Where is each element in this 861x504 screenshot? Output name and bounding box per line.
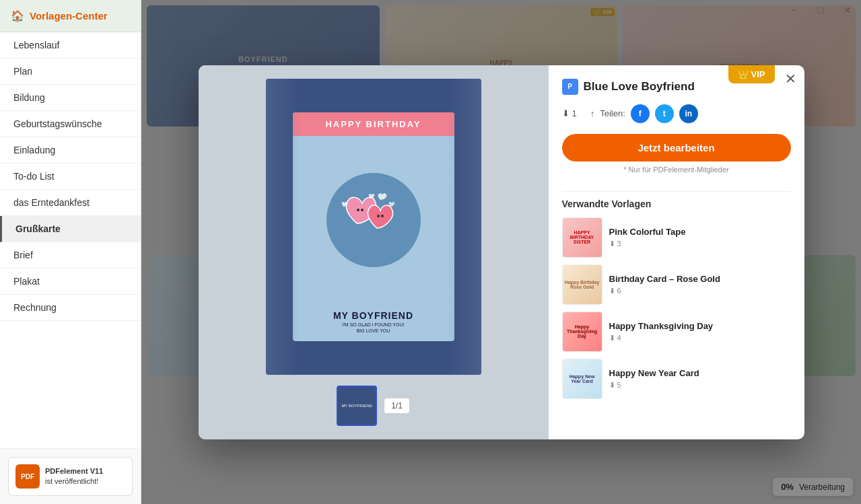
svg-point-3	[381, 215, 384, 217]
share-icon: ↑	[590, 108, 595, 118]
sidebar-item-erntedankfest[interactable]: das Erntedankfest	[0, 190, 141, 216]
pdfelement-logo: PDF	[15, 464, 40, 489]
related-dl-thanksgiving: ⬇ 4	[609, 334, 791, 343]
card-circle-area	[326, 136, 421, 305]
download-icon: ⬇	[562, 108, 570, 118]
window-close-button[interactable]: ✕	[834, 0, 861, 20]
related-name-thanksgiving: Happy Thanksgiving Day	[609, 321, 791, 331]
related-thumb-new-year: Happy New Year Card	[562, 359, 602, 399]
template-preview-card: HAPPY BIRTHDAY	[266, 79, 481, 375]
modal-close-button[interactable]: ✕	[785, 72, 796, 85]
sidebar-item-lebenslauf[interactable]: Lebenslauf	[0, 32, 141, 59]
related-thumb-rose-gold: Happy Birthday Rose Gold	[562, 264, 602, 305]
svg-point-2	[377, 215, 380, 217]
sidebar-title: Vorlagen-Center	[30, 10, 108, 22]
preview-pane: HAPPY BIRTHDAY	[199, 65, 549, 439]
linkedin-share-button[interactable]: in	[679, 104, 698, 123]
sidebar-item-bildung[interactable]: Bildung	[0, 85, 141, 111]
dl-icon: ⬇	[609, 287, 615, 295]
related-dl-pink-tape: ⬇ 3	[609, 240, 791, 248]
related-dl-rose-gold: ⬇ 6	[609, 287, 791, 295]
wave-decoration-right	[448, 79, 481, 375]
window-controls: − □ ✕	[780, 0, 861, 20]
template-brand-icon: P	[562, 79, 578, 95]
sidebar-item-grusskarte[interactable]: Grußkarte	[0, 216, 141, 242]
related-name-pink-tape: Pink Colorful Tape	[609, 227, 791, 237]
related-thumb-thanksgiving: Happy Thanksgiving Day	[562, 312, 602, 352]
related-item-pink-tape[interactable]: HAPPY BIRTHDAY SISTER Pink Colorful Tape…	[562, 217, 791, 258]
meta-row: ⬇ 1 ↑ Teilen: f t in	[562, 104, 791, 123]
related-section-title: Verwandte Vorlagen	[562, 199, 791, 209]
card-inner: HAPPY BIRTHDAY	[293, 112, 454, 341]
thumbnail-strip: MY BOYFRIEND 1/1	[212, 386, 535, 426]
modal-vip-badge: 👑 VIP	[728, 65, 775, 83]
main-area: BOYFRIEND I'M SO GLAD I FOUND YOU! BIG L…	[141, 0, 861, 504]
template-title: Blue Love Boyfriend	[584, 80, 695, 94]
card-subtitle-1: I'M SO GLAD I FOUND YOU!	[333, 322, 413, 327]
info-pane: P Blue Love Boyfriend ⬇ 1 ↑ Teilen: f	[549, 65, 804, 439]
related-item-rose-gold[interactable]: Happy Birthday Rose Gold Birthday Card –…	[562, 264, 791, 305]
pdfelement-promo[interactable]: PDF PDFelement V11 ist veröffentlicht!	[8, 457, 133, 496]
members-note: * Nur für PDFelement-Mitglieder	[562, 166, 791, 174]
modal-body: HAPPY BIRTHDAY	[199, 65, 804, 439]
thumbnail-1[interactable]: MY BOYFRIEND	[337, 386, 377, 426]
hearts-illustration	[333, 186, 414, 254]
sidebar-item-plakat[interactable]: Plakat	[0, 268, 141, 295]
pdfelement-text: PDFelement V11 ist veröffentlicht!	[45, 466, 103, 487]
svg-point-0	[357, 209, 359, 211]
sidebar: 🏠 Vorlagen-Center Lebenslauf Plan Bildun…	[0, 0, 141, 504]
related-thumb-pink-tape: HAPPY BIRTHDAY SISTER	[562, 217, 602, 258]
sidebar-item-geburtstagswuensche[interactable]: Geburtstagswünsche	[0, 111, 141, 137]
facebook-share-button[interactable]: f	[631, 104, 650, 123]
sidebar-item-brief[interactable]: Brief	[0, 242, 141, 268]
card-circle	[326, 173, 421, 267]
related-name-new-year: Happy New Year Card	[609, 368, 791, 378]
divider	[562, 191, 791, 192]
sidebar-item-rechnung[interactable]: Rechnung	[0, 295, 141, 321]
sidebar-item-einladung[interactable]: Einladung	[0, 137, 141, 164]
related-item-thanksgiving[interactable]: Happy Thanksgiving Day Happy Thanksgivin…	[562, 312, 791, 352]
modal-overlay: 👑 VIP ✕ HAPPY BIRTHDAY	[141, 0, 861, 504]
related-dl-new-year: ⬇ 5	[609, 381, 791, 390]
card-subtitle-2: BIG LOVE YOU	[333, 328, 413, 333]
svg-point-1	[361, 209, 364, 211]
card-footer: MY BOYFRIEND I'M SO GLAD I FOUND YOU! BI…	[333, 305, 413, 341]
dl-icon: ⬇	[609, 240, 615, 248]
download-count: ⬇ 1	[562, 108, 577, 118]
crown-icon: 👑	[738, 69, 749, 79]
twitter-share-button[interactable]: t	[655, 104, 674, 123]
related-templates-list: HAPPY BIRTHDAY SISTER Pink Colorful Tape…	[562, 217, 791, 429]
wave-decoration-left	[266, 79, 300, 375]
related-name-rose-gold: Birthday Card – Rose Gold	[609, 274, 791, 284]
sidebar-item-plan[interactable]: Plan	[0, 59, 141, 85]
maximize-button[interactable]: □	[807, 0, 834, 20]
sidebar-item-todo[interactable]: To-do List	[0, 164, 141, 190]
share-section: ↑ Teilen: f t in	[590, 104, 698, 123]
template-modal: 👑 VIP ✕ HAPPY BIRTHDAY	[199, 65, 804, 439]
card-header: HAPPY BIRTHDAY	[293, 112, 454, 136]
minimize-button[interactable]: −	[780, 0, 807, 20]
preview-image-area: HAPPY BIRTHDAY	[212, 79, 535, 375]
related-item-new-year[interactable]: Happy New Year Card Happy New Year Card …	[562, 359, 791, 399]
card-title: MY BOYFRIEND	[333, 310, 413, 321]
sidebar-header: 🏠 Vorlagen-Center	[0, 0, 141, 32]
home-icon: 🏠	[11, 9, 24, 22]
sidebar-footer: PDF PDFelement V11 ist veröffentlicht!	[0, 448, 141, 504]
dl-icon: ⬇	[609, 381, 615, 390]
dl-icon: ⬇	[609, 334, 615, 343]
page-indicator: 1/1	[384, 398, 410, 414]
edit-button[interactable]: Jetzt bearbeiten	[562, 134, 791, 161]
